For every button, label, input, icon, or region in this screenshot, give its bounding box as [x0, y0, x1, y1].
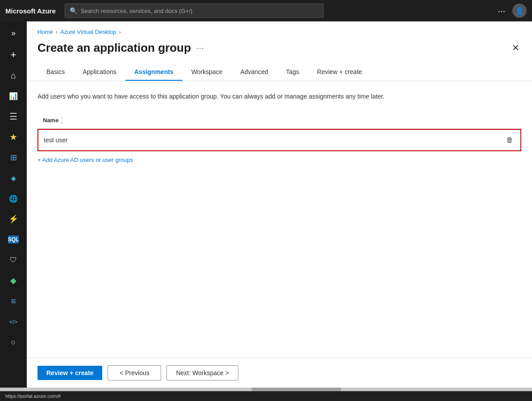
layers-icon: ≡ — [8, 296, 18, 306]
description-text: Add users who you want to have access to… — [37, 92, 506, 101]
sidebar-item-globe[interactable]: 🌐 — [0, 189, 27, 208]
status-bar: https://portal.azure.com/# — [0, 391, 532, 401]
sidebar-item-more[interactable]: ○ — [0, 332, 27, 352]
page-menu-icon[interactable]: ··· — [196, 43, 204, 53]
tab-tags[interactable]: Tags — [277, 64, 308, 81]
sidebar: » + 📊 ⊞ ◈ 🌐 ⚡ SQL 🛡 — [0, 21, 27, 388]
sidebar-item-create[interactable]: + — [0, 45, 27, 65]
user-row: test user 🗑 — [37, 129, 521, 151]
dashboard-icon: 📊 — [8, 91, 18, 101]
tabs-bar: Basics Applications Assignments Workspac… — [27, 64, 532, 81]
topbar-right: ··· 👤 — [498, 4, 527, 18]
tab-assignments[interactable]: Assignments — [125, 64, 183, 81]
column-name-label: Name — [43, 117, 58, 124]
plus-icon: + — [8, 50, 18, 60]
breadcrumb: Home › Azure Virtual Desktop › — [27, 21, 532, 39]
search-placeholder: Search resources, services, and docs (G+… — [81, 8, 192, 14]
bottom-bar: Review + create < Previous Next: Workspa… — [27, 358, 532, 388]
sidebar-toggle[interactable]: » — [0, 25, 27, 41]
user-name: test user — [44, 136, 504, 144]
cube-icon: ◈ — [8, 173, 18, 183]
circle-icon: ○ — [8, 337, 18, 347]
star-icon — [8, 132, 18, 142]
diamond-icon: ◆ — [8, 276, 18, 285]
sidebar-item-layers[interactable]: ≡ — [0, 291, 27, 311]
horizontal-scrollbar[interactable] — [0, 388, 532, 391]
tab-review-create[interactable]: Review + create — [308, 64, 371, 81]
search-bar[interactable]: 🔍 Search resources, services, and docs (… — [65, 4, 324, 18]
page-header: Create an application group ··· ✕ — [27, 39, 532, 64]
sidebar-item-bolt[interactable]: ⚡ — [0, 209, 27, 229]
sidebar-item-security[interactable]: 🛡 — [0, 250, 27, 270]
user-avatar[interactable]: 👤 — [512, 4, 527, 18]
home-icon — [8, 70, 18, 80]
sidebar-item-allresources[interactable]: ⊞ — [0, 148, 27, 167]
next-button[interactable]: Next: Workspace > — [166, 365, 238, 380]
scrollbar-thumb[interactable] — [252, 388, 341, 391]
close-button[interactable]: ✕ — [510, 41, 521, 55]
tab-applications[interactable]: Applications — [74, 64, 125, 81]
topbar: Microsoft Azure 🔍 Search resources, serv… — [0, 0, 532, 21]
form-content: Add users who you want to have access to… — [27, 81, 532, 225]
grid-icon: ⊞ — [8, 153, 18, 162]
status-url: https://portal.azure.com/# — [5, 393, 61, 399]
search-icon: 🔍 — [70, 7, 77, 14]
add-azure-ad-link[interactable]: + Add Azure AD users or user groups — [37, 157, 133, 163]
topbar-menu-icon[interactable]: ··· — [498, 6, 505, 16]
sidebar-item-virtualdesktop[interactable]: ◆ — [0, 271, 27, 290]
table-header: Name ↑ ↓ — [37, 112, 521, 129]
dev-icon: </> — [8, 317, 18, 327]
sidebar-item-allservices[interactable] — [0, 107, 27, 126]
content-area: Home › Azure Virtual Desktop › Create an… — [27, 21, 532, 388]
page-title: Create an application group — [37, 41, 191, 55]
sql-icon: SQL — [8, 236, 19, 244]
tab-advanced[interactable]: Advanced — [231, 64, 277, 81]
delete-user-button[interactable]: 🗑 — [504, 134, 515, 146]
app-logo: Microsoft Azure — [5, 7, 56, 15]
trash-icon: 🗑 — [506, 136, 513, 144]
sidebar-item-home[interactable] — [0, 66, 27, 85]
breadcrumb-sep-2: › — [119, 29, 121, 35]
content-spacer — [27, 225, 532, 358]
sidebar-item-favorites[interactable] — [0, 127, 27, 147]
sort-arrows[interactable]: ↑ ↓ — [60, 116, 62, 125]
globe-icon: 🌐 — [8, 194, 18, 203]
sidebar-item-sql[interactable]: SQL — [0, 230, 27, 249]
sidebar-item-dev[interactable]: </> — [0, 312, 27, 331]
breadcrumb-sep-1: › — [56, 29, 58, 35]
menu-icon — [8, 112, 18, 121]
page-title-row: Create an application group ··· — [37, 41, 204, 55]
tab-workspace[interactable]: Workspace — [183, 64, 232, 81]
review-create-button[interactable]: Review + create — [37, 366, 102, 380]
tab-basics[interactable]: Basics — [37, 64, 74, 81]
shield-icon: 🛡 — [8, 255, 18, 265]
sidebar-item-cube[interactable]: ◈ — [0, 168, 27, 188]
breadcrumb-home[interactable]: Home — [37, 29, 53, 35]
bolt-icon: ⚡ — [8, 214, 18, 224]
sidebar-item-dashboard[interactable]: 📊 — [0, 86, 27, 106]
breadcrumb-parent[interactable]: Azure Virtual Desktop — [60, 29, 116, 35]
previous-button[interactable]: < Previous — [108, 365, 161, 380]
